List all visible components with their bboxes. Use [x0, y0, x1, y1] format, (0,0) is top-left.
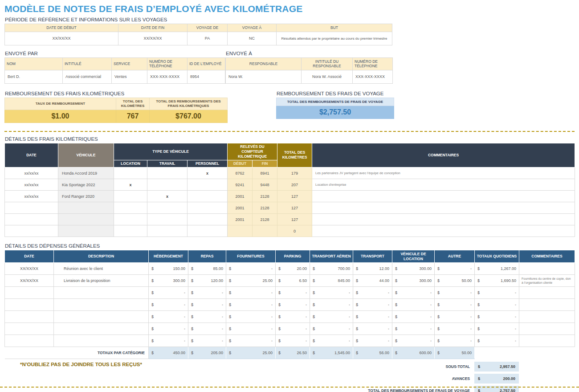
envoye-par-service: Ventes [112, 70, 147, 83]
exp-parking: $6.50 [276, 275, 310, 287]
km-row: xx/xx/xx Honda Accord 2019 x 8762 8941 1… [5, 167, 575, 179]
km-travail [147, 225, 188, 237]
remb-voyage-total: $2,757.50 [277, 106, 394, 118]
exp-parking: $- [276, 335, 310, 347]
km-location: x [114, 179, 147, 191]
exp-transport: $44.00 [353, 275, 392, 287]
exp-date [5, 335, 54, 347]
km-debut: 2001 [228, 191, 253, 202]
exp-totaux: $- [475, 311, 519, 323]
km-location [114, 225, 147, 237]
km-row: xx/xx/xx Kia Sportage 2022 x 9241 9448 2… [5, 179, 575, 191]
envoye-par-table: NOM INTITULÉ SERVICE NUMÉRO DE TÉLÉPHONE… [4, 57, 225, 84]
exp-repas: $- [188, 311, 226, 323]
exp-date: XX/XX/XX [5, 275, 54, 287]
km-travail [147, 202, 188, 214]
km-header-commentaires: COMMENTAIRES [312, 143, 575, 167]
km-personnel [188, 191, 228, 202]
exp-autre: $- [435, 311, 475, 323]
exp-parking: $- [276, 323, 310, 335]
envoye-a-row: Nora W. Nora W. Associé XXX-XXX-XXXX [226, 70, 393, 83]
exp-totaux: $- [475, 323, 519, 335]
expense-row: $- $- $- $- $- $- $- $- $- [5, 287, 575, 299]
km-commentaires [312, 225, 575, 237]
km-debut: 8762 [228, 167, 253, 179]
km-header-location: LOCATION [114, 160, 147, 167]
remb-km-total-remb: $767.00 [150, 110, 228, 122]
exp-date [5, 323, 54, 335]
km-commentaires [312, 214, 575, 225]
total-transport: $56.00 [353, 347, 392, 359]
exp-totaux: $- [475, 299, 519, 311]
km-location [114, 202, 147, 214]
km-commentaires [312, 191, 575, 202]
exp-hebergement: $- [149, 287, 188, 299]
expense-row: $- $- $- $- $- $- $- $- $- [5, 335, 575, 347]
total-parking: $26.50 [276, 347, 310, 359]
exp-hebergement: $- [149, 323, 188, 335]
envoye-a-header-responsable: RESPONSABLE [226, 57, 302, 70]
exp-date [5, 311, 54, 323]
km-fin: 9448 [253, 179, 277, 191]
km-details-table: DATE VÉHICULE TYPE DE VÉHICULE RELEVÉS D… [4, 143, 575, 237]
km-date: xx/xx/xx [5, 191, 58, 202]
km-location [114, 214, 147, 225]
exp-transport: $- [353, 335, 392, 347]
remb-km-label: REMBOURSEMENT DES FRAIS KILOMÉTRIQUES [5, 91, 227, 96]
km-travail [147, 214, 188, 225]
exp-transport: $- [353, 299, 392, 311]
period-row: XX/XX/XX XX/XX/XX PA NC Résultats attend… [5, 32, 392, 45]
envoye-par-header-id: ID DE L'EMPLOYÉ [188, 57, 225, 70]
expenses-label: DÉTAILS DES DÉPENSES GÉNÉRALES [5, 243, 575, 249]
period-header-voyage-a: VOYAGE À [228, 24, 277, 32]
km-header-debut: DÉBUT [228, 160, 253, 167]
period-header-voyage-de: VOYAGE DE [188, 24, 228, 32]
km-vehicule: Honda Accord 2019 [58, 167, 114, 179]
km-header-vehicule: VÉHICULE [58, 143, 114, 167]
exp-hebergement: $- [149, 335, 188, 347]
remb-km-total-km: 767 [116, 110, 150, 122]
exp-transport-aerien: $- [310, 287, 353, 299]
exp-hebergement: $- [149, 299, 188, 311]
exp-repas: $85.00 [188, 263, 226, 275]
exp-vehicule-location: $- [392, 335, 435, 347]
remb-voyage-label: REMBOURSEMENT DES FRAIS DE VOYAGE [277, 91, 394, 96]
remb-voyage-table: TOTAL DES REMBOURSEMENTS DE FRAIS DE VOY… [276, 98, 394, 119]
remb-km-header-total-remb: TOTAL DES REMBOURSEMENTS DES FRAIS KILOM… [150, 98, 228, 110]
km-debut: 9241 [228, 179, 253, 191]
summary-total-row: TOTAL DES REMBOURSEMENTS DE FRAIS DE VOY… [4, 385, 575, 392]
exp-totaux: $1,690.50 [475, 275, 519, 287]
period-voyage-a: NC [228, 32, 277, 45]
km-date: xx/xx/xx [5, 179, 58, 191]
exp-header-fournitures: FOURNITURES [226, 250, 276, 263]
period-date-debut: XX/XX/XX [5, 32, 118, 45]
km-debut [228, 225, 253, 237]
km-location [114, 191, 147, 202]
dashed-separator-bottom [0, 387, 579, 388]
exp-autre: $- [435, 287, 475, 299]
km-personnel: x [188, 167, 228, 179]
exp-hebergement: $- [149, 311, 188, 323]
exp-hebergement: $150.00 [149, 263, 188, 275]
exp-autre: $- [435, 335, 475, 347]
envoye-par-header-nom: NOM [5, 57, 63, 70]
km-commentaires: Les partenaires JV partagent avec l'équi… [312, 167, 575, 179]
avances-label: AVANCES [4, 376, 474, 381]
exp-fournitures: $- [226, 263, 276, 275]
exp-autre: $- [435, 263, 475, 275]
period-header-date-debut: DATE DE DÉBUT [5, 24, 118, 32]
km-header-date: DATE [5, 143, 58, 167]
km-header-fin: FIN [253, 160, 277, 167]
expense-report-page: MODÈLE DE NOTES DE FRAIS D’EMPLOYÉ AVEC … [0, 0, 579, 392]
period-date-fin: XX/XX/XX [118, 32, 188, 45]
km-total: 127 [277, 191, 312, 202]
exp-header-description: DESCRIPTION [54, 250, 149, 263]
expenses-totals-row: TOTAUX PAR CATÉGORIE $450.00 $205.00 $25… [5, 347, 575, 359]
period-voyage-de: PA [188, 32, 228, 45]
exp-commentaires [519, 323, 575, 335]
exp-description [54, 299, 149, 311]
exp-totaux: $- [475, 287, 519, 299]
total-transport-aerien: $1,545.00 [310, 347, 353, 359]
exp-parking: $20.00 [276, 263, 310, 275]
remb-km-header-total-km: TOTAL DES KILOMÈTRES [116, 98, 150, 110]
